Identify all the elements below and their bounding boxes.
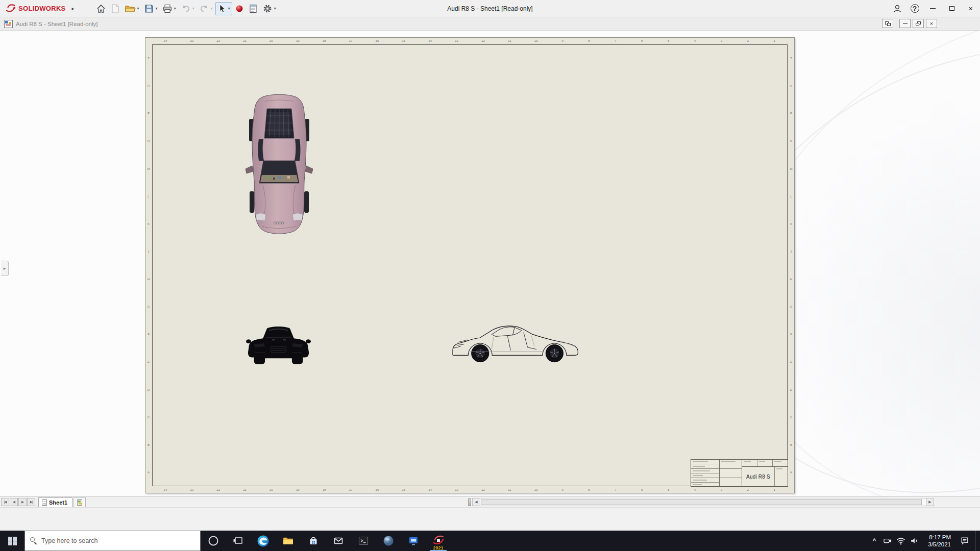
- volume-button[interactable]: [908, 531, 920, 551]
- remote-desktop-icon: [407, 535, 420, 547]
- network-button[interactable]: [895, 531, 907, 551]
- mail-button[interactable]: [326, 531, 351, 551]
- print-button[interactable]: ▾: [160, 2, 178, 15]
- close-button[interactable]: ×: [961, 0, 980, 17]
- undo-button[interactable]: ▾: [179, 2, 197, 15]
- edge-button[interactable]: [251, 531, 276, 551]
- tile-windows-button[interactable]: [882, 19, 893, 28]
- browser-button[interactable]: [376, 531, 401, 551]
- doc-restore-button[interactable]: [913, 19, 924, 28]
- open-folder-icon: [125, 4, 136, 14]
- car-top-view[interactable]: [246, 94, 312, 235]
- add-sheet-button[interactable]: [74, 497, 86, 507]
- zone-label: 17: [337, 487, 364, 493]
- feature-tree-flyout-tab[interactable]: ▸: [1, 261, 9, 276]
- account-button[interactable]: [889, 0, 906, 17]
- scroll-right-button[interactable]: ▶: [926, 498, 934, 506]
- zone-label: A: [145, 459, 152, 486]
- minimize-button[interactable]: [923, 0, 942, 17]
- task-view-button[interactable]: [226, 531, 251, 551]
- previous-sheet-button[interactable]: ◀: [10, 498, 18, 506]
- show-desktop-button[interactable]: [975, 531, 978, 551]
- home-button[interactable]: [94, 2, 108, 15]
- help-icon: ?: [911, 4, 919, 13]
- help-button[interactable]: ?: [906, 0, 923, 17]
- graphics-viewport[interactable]: ▸ 24232221201918171615141312111098765432…: [0, 31, 980, 496]
- search-input[interactable]: [41, 537, 195, 544]
- zone-label: 4: [682, 487, 708, 493]
- action-center-button[interactable]: [955, 531, 974, 551]
- zone-label: T: [788, 44, 794, 72]
- save-dropdown[interactable]: ▾: [156, 6, 158, 11]
- sheet-icon: [42, 499, 47, 506]
- open-dropdown[interactable]: ▾: [137, 6, 139, 11]
- next-sheet-button[interactable]: ▶: [18, 498, 27, 506]
- zone-label: 1: [761, 38, 788, 44]
- zone-label: M: [145, 155, 152, 183]
- options-button[interactable]: ▾: [260, 2, 278, 15]
- terminal-button[interactable]: [351, 531, 376, 551]
- last-sheet-button[interactable]: ▶|: [27, 498, 35, 506]
- add-sheet-icon: [77, 499, 82, 506]
- car-side-view[interactable]: [447, 321, 591, 365]
- drawing-doc-icon: [4, 20, 13, 28]
- print-dropdown[interactable]: ▾: [174, 6, 176, 11]
- scrollbar-thumb[interactable]: [481, 499, 922, 505]
- first-sheet-button[interactable]: |◀: [1, 498, 9, 506]
- file-explorer-button[interactable]: [276, 531, 301, 551]
- drawing-sheet[interactable]: 242322212019181716151413121110987654321 …: [145, 37, 795, 493]
- zone-label: J: [145, 238, 152, 265]
- meet-now-button[interactable]: [881, 531, 894, 551]
- start-button[interactable]: [0, 531, 24, 551]
- undo-dropdown[interactable]: ▾: [192, 6, 194, 11]
- remote-desktop-button[interactable]: [401, 531, 426, 551]
- zone-label: K: [788, 210, 794, 238]
- select-cursor-icon: [217, 4, 227, 14]
- store-button[interactable]: [301, 531, 326, 551]
- sheet-tab-active[interactable]: Sheet1: [38, 497, 72, 507]
- sphere-button[interactable]: [233, 2, 246, 15]
- doc-close-button[interactable]: ×: [926, 19, 937, 28]
- cortana-button[interactable]: [201, 531, 226, 551]
- clock-date: 3/5/2021: [928, 541, 951, 548]
- zone-label: 14: [417, 487, 444, 493]
- new-document-icon: [111, 4, 120, 14]
- zone-labels-left: TRPNMLKJHGFEDCBA: [145, 44, 152, 486]
- redo-button[interactable]: ▾: [197, 2, 215, 15]
- zone-label: E: [788, 348, 794, 375]
- scroll-left-button[interactable]: ◀: [472, 498, 480, 506]
- select-tool-button[interactable]: ▾: [215, 2, 232, 15]
- zone-labels-bottom: 242322212019181716151413121110987654321: [152, 487, 788, 493]
- open-button[interactable]: ▾: [122, 2, 141, 15]
- zone-label: 23: [179, 487, 205, 493]
- save-button[interactable]: ▾: [142, 2, 160, 15]
- zone-label: B: [788, 431, 794, 459]
- tray-overflow-button[interactable]: ^: [868, 531, 880, 551]
- zone-label: 6: [629, 38, 655, 44]
- zone-label: 21: [232, 487, 258, 493]
- solidworks-taskbar-button[interactable]: 2021: [426, 531, 451, 551]
- menu-flyout-arrow[interactable]: ▸: [71, 6, 80, 11]
- new-document-button[interactable]: [109, 2, 122, 15]
- scrollbar-track[interactable]: [480, 498, 926, 506]
- zone-label: K: [145, 210, 152, 238]
- car-front-view[interactable]: [246, 323, 311, 366]
- doc-minimize-button[interactable]: [899, 19, 911, 28]
- taskbar-clock[interactable]: 8:17 PM 3/5/2021: [921, 534, 954, 548]
- options-dropdown[interactable]: ▾: [274, 6, 276, 11]
- zone-label: 9: [549, 38, 576, 44]
- zone-label: J: [788, 238, 794, 265]
- select-dropdown[interactable]: ▾: [228, 6, 230, 11]
- zone-label: P: [788, 99, 794, 127]
- title-block: Audi R8 S: [691, 459, 788, 487]
- zone-label: 2: [734, 38, 761, 44]
- maximize-button[interactable]: [942, 0, 961, 17]
- horizontal-scrollbar[interactable]: ◀ ▶: [472, 498, 934, 507]
- zone-label: R: [788, 72, 794, 99]
- document-title: Audi R8 S - Sheet1 [Read-only]: [16, 21, 97, 27]
- tabs-scroll-splitter[interactable]: [468, 498, 471, 506]
- redo-dropdown[interactable]: ▾: [211, 6, 213, 11]
- zone-label: 24: [152, 38, 179, 44]
- taskbar-search-box[interactable]: [24, 531, 201, 551]
- sheet-properties-button[interactable]: [247, 2, 260, 15]
